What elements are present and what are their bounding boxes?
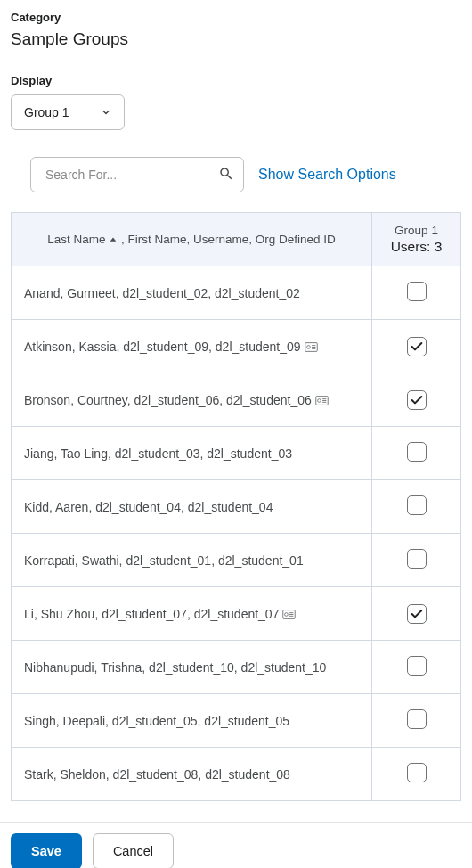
enroll-cell bbox=[372, 266, 461, 320]
user-name: Kidd, Aaren, d2l_student_04, d2l_student… bbox=[24, 500, 273, 514]
enroll-cell bbox=[372, 534, 461, 587]
display-label: Display bbox=[11, 74, 461, 87]
svg-point-6 bbox=[317, 399, 321, 403]
enroll-cell bbox=[372, 480, 461, 534]
table-row: Nibhanupudi, Trishna, d2l_student_10, d2… bbox=[12, 641, 461, 694]
enrollment-table: Last Name , First Name, Username, Org De… bbox=[11, 212, 461, 801]
svg-point-1 bbox=[306, 346, 310, 349]
alias-id-card-icon bbox=[282, 610, 296, 619]
cancel-button[interactable]: Cancel bbox=[93, 833, 174, 868]
enroll-cell bbox=[372, 587, 461, 641]
enroll-cell bbox=[372, 373, 461, 427]
enroll-cell bbox=[372, 748, 461, 801]
chevron-down-icon bbox=[101, 107, 111, 118]
user-cell: Anand, Gurmeet, d2l_student_02, d2l_stud… bbox=[12, 266, 372, 320]
category-label: Category bbox=[11, 11, 461, 24]
table-row: Stark, Sheldon, d2l_student_08, d2l_stud… bbox=[12, 748, 461, 801]
user-cell: Atkinson, Kassia, d2l_student_09, d2l_st… bbox=[12, 320, 372, 373]
user-name: Singh, Deepali, d2l_student_05, d2l_stud… bbox=[24, 714, 289, 728]
user-name: Nibhanupudi, Trishna, d2l_student_10, d2… bbox=[24, 660, 326, 675]
search-input-wrap[interactable] bbox=[30, 157, 244, 192]
enroll-checkbox[interactable] bbox=[407, 390, 427, 410]
enroll-cell bbox=[372, 320, 461, 373]
enroll-checkbox[interactable] bbox=[407, 337, 427, 356]
enroll-checkbox[interactable] bbox=[407, 709, 427, 729]
user-cell: Kidd, Aaren, d2l_student_04, d2l_student… bbox=[12, 480, 372, 534]
enroll-checkbox[interactable] bbox=[407, 282, 427, 301]
enroll-cell bbox=[372, 641, 461, 694]
table-row: Singh, Deepali, d2l_student_05, d2l_stud… bbox=[12, 694, 461, 748]
save-button[interactable]: Save bbox=[11, 833, 82, 868]
user-name: Anand, Gurmeet, d2l_student_02, d2l_stud… bbox=[24, 286, 300, 300]
enroll-checkbox[interactable] bbox=[407, 495, 427, 515]
enroll-cell bbox=[372, 694, 461, 748]
category-value: Sample Groups bbox=[11, 29, 461, 49]
alias-id-card-icon bbox=[305, 342, 318, 352]
table-row: Jiang, Tao Ling, d2l_student_03, d2l_stu… bbox=[12, 427, 461, 480]
enroll-cell bbox=[372, 427, 461, 480]
table-row: Atkinson, Kassia, d2l_student_09, d2l_st… bbox=[12, 320, 461, 373]
enroll-checkbox[interactable] bbox=[407, 442, 427, 462]
table-row: Anand, Gurmeet, d2l_student_02, d2l_stud… bbox=[12, 266, 461, 320]
user-name: Stark, Sheldon, d2l_student_08, d2l_stud… bbox=[24, 767, 290, 782]
user-cell: Jiang, Tao Ling, d2l_student_03, d2l_stu… bbox=[12, 427, 372, 480]
table-row: Li, Shu Zhou, d2l_student_07, d2l_studen… bbox=[12, 587, 461, 641]
enroll-checkbox[interactable] bbox=[407, 549, 427, 569]
footer-bar: Save Cancel bbox=[0, 822, 472, 868]
user-cell: Nibhanupudi, Trishna, d2l_student_10, d2… bbox=[12, 641, 372, 694]
user-cell: Bronson, Courtney, d2l_student_06, d2l_s… bbox=[12, 373, 372, 427]
user-name: Li, Shu Zhou, d2l_student_07, d2l_studen… bbox=[24, 607, 279, 621]
user-name: Atkinson, Kassia, d2l_student_09, d2l_st… bbox=[24, 340, 301, 354]
user-name: Bronson, Courtney, d2l_student_06, d2l_s… bbox=[24, 393, 312, 407]
group-user-count: Users: 3 bbox=[381, 239, 452, 255]
user-cell: Singh, Deepali, d2l_student_05, d2l_stud… bbox=[12, 694, 372, 748]
display-selected-value: Group 1 bbox=[24, 105, 69, 119]
svg-point-11 bbox=[285, 613, 289, 617]
user-cell: Stark, Sheldon, d2l_student_08, d2l_stud… bbox=[12, 748, 372, 801]
group-name: Group 1 bbox=[381, 224, 452, 237]
search-icon[interactable] bbox=[218, 166, 234, 184]
user-cell: Li, Shu Zhou, d2l_student_07, d2l_studen… bbox=[12, 587, 372, 641]
user-cell: Korrapati, Swathi, d2l_student_01, d2l_s… bbox=[12, 534, 372, 587]
column-header-group: Group 1 Users: 3 bbox=[372, 213, 461, 266]
column-header-name[interactable]: Last Name , First Name, Username, Org De… bbox=[12, 213, 372, 266]
alias-id-card-icon bbox=[315, 396, 329, 405]
table-row: Kidd, Aaren, d2l_student_04, d2l_student… bbox=[12, 480, 461, 534]
search-input[interactable] bbox=[44, 167, 218, 183]
show-search-options-link[interactable]: Show Search Options bbox=[258, 167, 396, 183]
sort-asc-icon bbox=[109, 235, 118, 244]
table-row: Korrapati, Swathi, d2l_student_01, d2l_s… bbox=[12, 534, 461, 587]
table-row: Bronson, Courtney, d2l_student_06, d2l_s… bbox=[12, 373, 461, 427]
enroll-checkbox[interactable] bbox=[407, 656, 427, 676]
user-name: Jiang, Tao Ling, d2l_student_03, d2l_stu… bbox=[24, 446, 292, 461]
user-name: Korrapati, Swathi, d2l_student_01, d2l_s… bbox=[24, 553, 304, 568]
enroll-checkbox[interactable] bbox=[407, 604, 427, 624]
display-select[interactable]: Group 1 bbox=[11, 94, 125, 130]
enroll-checkbox[interactable] bbox=[407, 763, 427, 782]
